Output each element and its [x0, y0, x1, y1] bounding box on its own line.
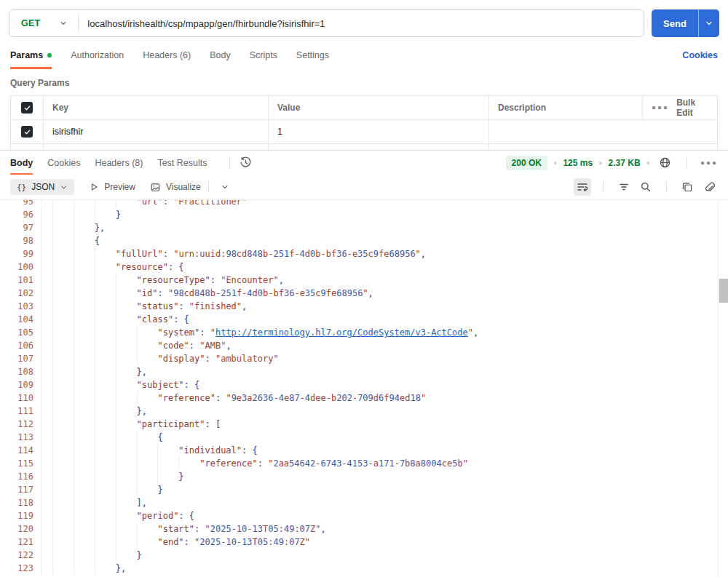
response-more-icon[interactable]: ●●● [700, 154, 718, 172]
preview-button[interactable]: Preview [89, 182, 135, 192]
param-description-field[interactable] [488, 120, 642, 143]
tab-params[interactable]: Params [10, 37, 52, 69]
indent-guide [74, 234, 95, 247]
indent-guide [52, 522, 74, 536]
send-button[interactable]: Send [652, 9, 698, 37]
image-icon [150, 182, 161, 193]
divider [603, 181, 604, 193]
indent-guide [116, 470, 137, 483]
filter-icon[interactable] [615, 178, 633, 196]
scrollbar-thumb[interactable] [719, 279, 728, 303]
indent-guide [74, 418, 95, 431]
indent-guide [74, 287, 95, 300]
globe-icon[interactable] [656, 154, 673, 172]
tab-label: Authorization [71, 50, 124, 60]
tab-headers[interactable]: Headers (6) [143, 37, 191, 69]
select-all-checkbox[interactable] [21, 102, 33, 114]
response-time: 125 ms [563, 158, 593, 168]
indent-guide [52, 562, 74, 575]
send-options-button[interactable] [699, 9, 719, 37]
visualize-options-chevron-icon[interactable] [216, 178, 234, 196]
indent-guide [116, 522, 137, 536]
indent-guide [52, 287, 74, 300]
indent-guide [52, 365, 74, 378]
code-line: 106"code": "AMB", [0, 339, 728, 352]
indent-guide [95, 313, 116, 326]
response-tab-body[interactable]: Body [10, 151, 33, 175]
copy-icon[interactable] [678, 178, 696, 196]
code-text: "reference": "9e3a2636-4e87-4dee-b202-70… [41, 391, 728, 405]
indent-guide [52, 221, 74, 234]
code-text: }, [41, 562, 728, 575]
body-format-select[interactable]: {} JSON [10, 179, 74, 195]
tab-label: Params [10, 50, 43, 60]
indent-guide [137, 536, 158, 549]
wrap-text-icon[interactable] [574, 178, 591, 196]
query-params-title: Query Params [10, 78, 718, 88]
indent-guide [74, 274, 95, 287]
indent-guide [52, 313, 74, 326]
cookies-link[interactable]: Cookies [682, 37, 718, 69]
code-text: } [41, 208, 728, 221]
indent-guide [95, 418, 116, 431]
line-number: 123 [0, 562, 41, 575]
header-checkbox-cell [11, 96, 43, 119]
indent-guide [137, 483, 158, 496]
tab-label: Headers (8) [95, 158, 143, 168]
method-select[interactable]: GET [9, 10, 78, 36]
indent-guide [95, 509, 116, 522]
indent-guide [52, 274, 74, 287]
paperclip-icon[interactable] [700, 178, 718, 196]
indent-guide [137, 522, 158, 536]
play-icon [89, 182, 99, 192]
param-key-field[interactable]: isirisfhir [43, 120, 268, 143]
search-icon[interactable] [637, 178, 654, 196]
url-input[interactable]: localhost/irishealth/csp/mpapp/gen/fhirb… [79, 10, 644, 36]
indent-guide [116, 457, 137, 470]
code-line: 102"id": "98cd848b-251f-4d0b-bf36-e35c9f… [0, 287, 728, 300]
json-link[interactable]: http://terminology.hl7.org/CodeSystem/v3… [215, 327, 468, 338]
line-number: 115 [0, 457, 41, 470]
code-text: }, [41, 405, 728, 418]
indent-guide [52, 378, 74, 391]
indent-guide [52, 536, 74, 549]
tab-body[interactable]: Body [210, 37, 231, 69]
code-text: "resourceType": "Encounter", [41, 274, 728, 287]
response-tab-cookies[interactable]: Cookies [47, 151, 80, 175]
line-number: 101 [0, 274, 41, 287]
row-checkbox[interactable] [21, 126, 33, 138]
table-header-row: Key Value Description ●●● Bulk Edit [11, 96, 717, 120]
response-tab-headers[interactable]: Headers (8) [95, 151, 143, 175]
indent-guide [52, 352, 74, 365]
indent-guide [74, 365, 95, 378]
line-number: 104 [0, 313, 41, 326]
history-icon[interactable] [237, 154, 255, 172]
indent-guide [52, 418, 74, 431]
indent-guide [52, 405, 74, 418]
code-line: 123}, [0, 562, 728, 575]
code-text: }, [41, 365, 728, 378]
indent-guide [52, 260, 74, 274]
line-number: 97 [0, 221, 41, 234]
scrollbar-track [718, 200, 728, 577]
toolbar-right [574, 178, 718, 196]
indent-guide [74, 378, 95, 391]
tab-authorization[interactable]: Authorization [71, 37, 124, 69]
code-text: }, [41, 221, 728, 234]
indent-guide [116, 339, 137, 352]
tab-label: Scripts [250, 50, 277, 60]
bulk-edit-button[interactable]: ●●● Bulk Edit [642, 96, 717, 119]
visualize-button[interactable]: Visualize [150, 182, 201, 193]
indent-guide [52, 470, 74, 483]
code-line: 95"url": "Practitioner" [0, 200, 728, 208]
dot-separator: ● [553, 159, 557, 167]
indent-guide [137, 339, 158, 352]
response-tab-test-results[interactable]: Test Results [157, 151, 207, 175]
param-value-field[interactable]: 1 [268, 120, 488, 143]
tab-settings[interactable]: Settings [296, 37, 329, 69]
tab-scripts[interactable]: Scripts [250, 37, 277, 69]
indent-guide [137, 470, 158, 483]
indent-guide [116, 444, 137, 457]
indent-guide [95, 483, 116, 496]
line-number: 105 [0, 326, 41, 339]
